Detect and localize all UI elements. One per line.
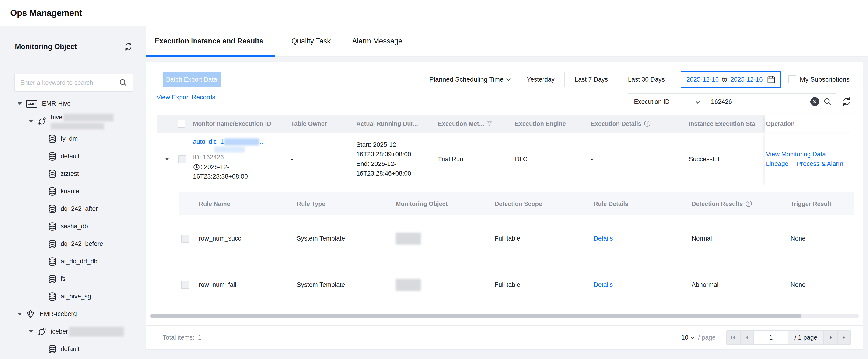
database-icon: [49, 345, 56, 353]
date-from[interactable]: 2025-12-16: [686, 76, 719, 83]
previous-page-button[interactable]: [740, 331, 753, 344]
tree-item-db-fs[interactable]: fs: [0, 270, 146, 288]
rule-row: row_num_succ System Template Full table …: [179, 216, 854, 261]
page-title: Ops Management: [10, 8, 82, 18]
info-icon[interactable]: [745, 200, 752, 207]
col-execution-details: Execution Details: [591, 115, 689, 133]
tree-item-db-at_do_dd_db[interactable]: at_do_dd_db: [0, 253, 146, 270]
lineage-link[interactable]: Lineage: [766, 160, 788, 167]
my-subscriptions-checkbox[interactable]: [788, 76, 796, 83]
page-size-select[interactable]: 10: [681, 334, 694, 341]
rule-detection-scope: Full table: [495, 262, 594, 308]
search-field-select[interactable]: Execution ID: [628, 94, 705, 110]
tab-alarm-message[interactable]: Alarm Message: [347, 26, 407, 56]
tree-item-db-fy_dm[interactable]: fy_dm: [0, 130, 146, 147]
horizontal-scrollbar-track[interactable]: [150, 314, 859, 318]
time-filter-dropdown[interactable]: Planned Scheduling Time: [429, 76, 510, 83]
last-page-button[interactable]: [837, 331, 850, 344]
rule-name: row_num_succ: [199, 216, 297, 261]
redacted-text: [396, 232, 421, 245]
cluster-icon: [37, 117, 46, 126]
tree-item-label: iceber: [51, 328, 68, 335]
first-page-button[interactable]: [727, 331, 740, 344]
date-range-picker[interactable]: 2025-12-16 to 2025-12-16: [681, 71, 781, 88]
col-actual-running-duration: Actual Running Dur...: [356, 115, 438, 133]
rule-monitoring-object: [396, 216, 495, 261]
refresh-table-icon[interactable]: [842, 97, 851, 107]
date-to[interactable]: 2025-12-16: [731, 76, 763, 83]
tree-search-input[interactable]: [20, 79, 119, 86]
tree-item-emr-iceberg[interactable]: EMR-Iceberg: [0, 305, 146, 323]
range-yesterday-button[interactable]: Yesterday: [517, 72, 565, 87]
tree-item-db-default[interactable]: default: [0, 147, 146, 165]
view-export-records-link[interactable]: View Export Records: [157, 94, 215, 101]
rule-checkbox[interactable]: [181, 281, 189, 289]
view-monitoring-data-link[interactable]: View Monitoring Data: [766, 151, 826, 158]
select-all-checkbox[interactable]: [178, 120, 186, 128]
current-page-input[interactable]: 1: [753, 331, 788, 344]
database-icon: [49, 187, 56, 196]
tab-quality-task[interactable]: Quality Task: [286, 26, 336, 56]
process-and-alarm-link[interactable]: Process & Alarm: [797, 160, 843, 167]
rule-detection-scope: Full table: [495, 216, 594, 261]
tree-item-db-default-2[interactable]: default: [0, 340, 146, 358]
rule-type: System Template: [297, 262, 396, 308]
tree-item-hive-cluster[interactable]: hive: [0, 112, 146, 130]
tree-item-emr-hive[interactable]: EMR EMR-Hive: [0, 95, 146, 112]
rule-details-link[interactable]: Details: [594, 281, 613, 288]
tree-item-emr-starrocks[interactable]: EMR EMR-StarRocks: [0, 358, 146, 359]
caret-down-icon[interactable]: [29, 120, 33, 123]
execution-instances-table: Monitor name/Execution ID Table Owner Ac…: [157, 115, 858, 186]
quick-range-group: Yesterday Last 7 Days Last 30 Days: [517, 72, 675, 87]
col-detection-scope: Detection Scope: [495, 192, 594, 216]
row-checkbox[interactable]: [179, 155, 186, 163]
tree-search-box[interactable]: [14, 74, 133, 92]
rule-type: System Template: [297, 216, 396, 261]
redacted-text: [69, 327, 124, 337]
tab-execution-instance-and-results[interactable]: Execution Instance and Results: [146, 26, 275, 56]
row-expander-icon[interactable]: [165, 158, 169, 161]
filter-funnel-icon[interactable]: [487, 120, 493, 127]
caret-down-icon[interactable]: [18, 313, 22, 315]
range-last-7-days-button[interactable]: Last 7 Days: [565, 72, 618, 87]
col-rule-type: Rule Type: [297, 192, 396, 216]
caret-down-icon[interactable]: [29, 330, 33, 333]
monitor-name-link[interactable]: auto_dlc_1: [193, 137, 224, 146]
tree-item-db-at_hive_sg[interactable]: at_hive_sg: [0, 288, 146, 305]
tree-item-label: ztztest: [61, 170, 79, 177]
info-icon[interactable]: [644, 120, 651, 127]
col-monitor-name: Monitor name/Execution ID: [193, 115, 291, 133]
redacted-text: [51, 123, 104, 130]
clear-input-icon[interactable]: [810, 97, 819, 106]
detection-result: Abnormal: [691, 262, 790, 308]
tree-item-db-dq_242_before[interactable]: dq_242_before: [0, 235, 146, 253]
refresh-tree-icon[interactable]: [124, 42, 133, 51]
col-execution-engine: Execution Engine: [515, 115, 591, 133]
redacted-text: [396, 279, 421, 291]
detection-result: Normal: [691, 216, 790, 261]
pagination: 1 / 1 page: [726, 330, 851, 344]
tree-item-label: dq_242_after: [61, 205, 98, 213]
horizontal-scrollbar-thumb[interactable]: [151, 314, 802, 318]
my-subscriptions-toggle[interactable]: My Subscriptions: [788, 76, 849, 83]
search-value-input[interactable]: [711, 98, 810, 105]
tree-item-db-dq_242_after[interactable]: dq_242_after: [0, 200, 146, 218]
database-icon: [49, 135, 56, 143]
search-icon[interactable]: [824, 98, 832, 106]
tree-item-iceberg-cluster[interactable]: iceber: [0, 323, 146, 340]
tree-item-db-ztztest[interactable]: ztztest: [0, 165, 146, 183]
calendar-icon[interactable]: [767, 75, 775, 84]
tree-item-db-kuanle[interactable]: kuanle: [0, 183, 146, 200]
next-page-button[interactable]: [824, 331, 837, 344]
per-page-label: / page: [698, 334, 716, 341]
rule-details-link[interactable]: Details: [594, 235, 613, 242]
batch-export-data-button[interactable]: Batch Export Data: [163, 72, 220, 87]
rule-checkbox[interactable]: [181, 234, 189, 243]
search-combo: Execution ID: [628, 93, 837, 110]
search-icon[interactable]: [119, 79, 127, 87]
col-execution-method: Execution Met...: [438, 115, 515, 133]
main-tabbar: Execution Instance and Results Quality T…: [146, 26, 868, 57]
caret-down-icon[interactable]: [18, 102, 22, 105]
range-last-30-days-button[interactable]: Last 30 Days: [618, 72, 675, 87]
tree-item-db-sasha_db[interactable]: sasha_db: [0, 218, 146, 235]
